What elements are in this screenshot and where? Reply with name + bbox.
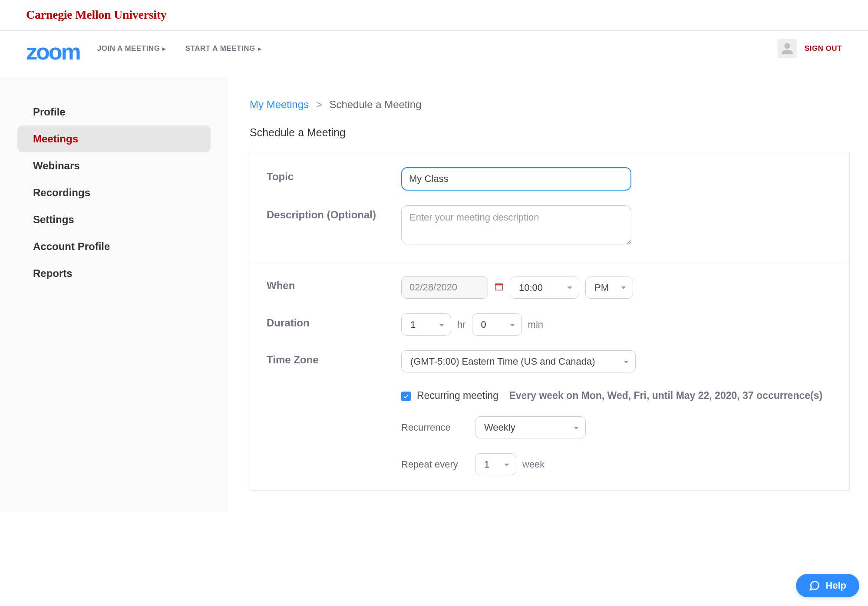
recurring-label: Recurring meeting (417, 390, 498, 401)
description-textarea[interactable] (401, 205, 631, 244)
sidebar-item-recordings[interactable]: Recordings (17, 179, 211, 206)
time-select[interactable]: 10:00 (510, 277, 579, 299)
duration-label: Duration (267, 313, 401, 336)
svg-rect-1 (495, 284, 503, 286)
breadcrumb-parent[interactable]: My Meetings (250, 99, 309, 110)
repeat-label: Repeat every (401, 459, 475, 470)
date-input[interactable] (401, 276, 488, 299)
calendar-icon[interactable] (494, 282, 504, 293)
hours-unit: hr (457, 319, 466, 330)
recurrence-label: Recurrence (401, 422, 475, 433)
page-title: Schedule a Meeting (250, 126, 850, 139)
description-label: Description (Optional) (267, 205, 401, 246)
start-meeting-label: START A MEETING (185, 44, 255, 53)
form-row-when: When (267, 276, 833, 299)
sidebar-item-reports[interactable]: Reports (17, 260, 211, 287)
ampm-select[interactable]: PM (585, 277, 633, 299)
sidebar-item-meetings[interactable]: Meetings (17, 125, 211, 152)
recurrence-select[interactable]: Weekly (475, 416, 586, 438)
form-row-timezone: Time Zone (GMT-5:00) Eastern Time (US an… (267, 350, 833, 475)
form-row-topic: Topic (267, 167, 833, 191)
breadcrumb-current: Schedule a Meeting (329, 99, 421, 110)
form-row-recurrence: Recurrence Weekly (401, 416, 833, 438)
repeat-select[interactable]: 1 (475, 453, 516, 475)
topic-input[interactable] (401, 167, 631, 191)
breadcrumb-separator: > (316, 99, 322, 110)
duration-minutes-select[interactable]: 0 (472, 313, 522, 336)
join-meeting-label: JOIN A MEETING (97, 44, 160, 53)
minutes-unit: min (528, 319, 543, 330)
content: My Meetings > Schedule a Meeting Schedul… (228, 77, 868, 512)
sidebar-item-profile[interactable]: Profile (17, 99, 211, 125)
main-layout: Profile Meetings Webinars Recordings Set… (0, 77, 868, 512)
topic-label: Topic (267, 167, 401, 191)
header-right: SIGN OUT (778, 39, 842, 58)
zoom-logo[interactable]: zoom (26, 39, 80, 65)
triangle-right-icon: ▶ (162, 46, 166, 51)
university-banner: Carnegie Mellon University (0, 0, 868, 31)
sidebar-item-account-profile[interactable]: Account Profile (17, 233, 211, 260)
when-label: When (267, 276, 401, 299)
timezone-label: Time Zone (267, 350, 401, 475)
form-row-duration: Duration 1 hr 0 (267, 313, 833, 336)
form-row-repeat: Repeat every 1 week (401, 453, 833, 475)
recurring-summary: Every week on Mon, Wed, Fri, until May 2… (509, 390, 822, 401)
duration-hours-select[interactable]: 1 (401, 313, 451, 336)
avatar-icon[interactable] (778, 39, 797, 58)
form-row-description: Description (Optional) (267, 205, 833, 246)
repeat-unit: week (522, 459, 545, 470)
recurring-checkbox-row: Recurring meeting Every week on Mon, Wed… (401, 390, 833, 402)
nav-links: JOIN A MEETING ▶ START A MEETING ▶ (97, 44, 261, 53)
join-meeting-link[interactable]: JOIN A MEETING ▶ (97, 44, 166, 53)
header: zoom JOIN A MEETING ▶ START A MEETING ▶ … (0, 31, 868, 77)
triangle-right-icon: ▶ (258, 46, 262, 51)
timezone-select[interactable]: (GMT-5:00) Eastern Time (US and Canada) (401, 350, 636, 372)
sidebar: Profile Meetings Webinars Recordings Set… (0, 77, 228, 512)
recurring-checkbox[interactable] (401, 392, 411, 401)
sidebar-item-webinars[interactable]: Webinars (17, 152, 211, 179)
sidebar-item-settings[interactable]: Settings (17, 206, 211, 233)
cmu-logo: Carnegie Mellon University (26, 8, 842, 22)
breadcrumb: My Meetings > Schedule a Meeting (250, 99, 850, 111)
sign-out-link[interactable]: SIGN OUT (805, 44, 842, 53)
form-section: Topic Description (Optional) When (250, 152, 850, 491)
start-meeting-link[interactable]: START A MEETING ▶ (185, 44, 261, 53)
